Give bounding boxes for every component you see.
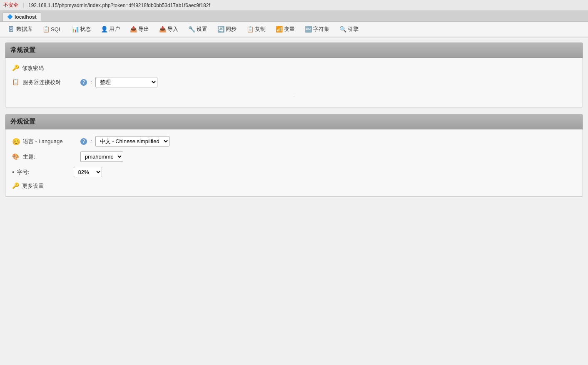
sql-icon: 📋	[42, 26, 49, 32]
top-nav: 🗄 数据库 📋 SQL 📊 状态 👤 用户 📤 导出 📥 导入 🔧 设置 🔄 同…	[0, 22, 588, 37]
import-icon: 📥	[159, 26, 166, 32]
language-select[interactable]: 中文 - Chinese simplified English 日本語 Fran…	[95, 136, 169, 146]
nav-import-label: 导入	[167, 25, 178, 33]
appearance-settings-body: 😊 语言 - Language ? : 中文 - Chinese simplif…	[5, 129, 583, 196]
browser-bar: 不安全 ｜ 192.168.1.15/phpmyadmin/index.php?…	[0, 0, 588, 11]
nav-users[interactable]: 👤 用户	[96, 23, 125, 35]
insecure-label: 不安全	[3, 2, 18, 9]
nav-settings[interactable]: 🔧 设置	[184, 23, 212, 35]
change-password-row: 🔑 修改密码	[12, 65, 576, 72]
collation-help-icon[interactable]: ?	[80, 79, 87, 86]
theme-label: 主题:	[23, 153, 77, 161]
nav-import[interactable]: 📥 导入	[154, 23, 183, 35]
section-divider: ·	[12, 92, 576, 100]
charset-icon: 🔤	[305, 26, 311, 32]
nav-users-label: 用户	[109, 25, 120, 33]
nav-replicate-label: 复制	[255, 25, 266, 33]
tab-favicon: 🔷	[7, 14, 13, 20]
server-collation-row: 📋 服务器连接校对 ? : 整理 utf8_general_ci utf8mb4…	[12, 77, 576, 87]
nav-settings-label: 设置	[197, 25, 207, 33]
language-icon: 😊	[12, 138, 20, 145]
language-colon: :	[90, 138, 92, 144]
main-content: 常规设置 🔑 修改密码 📋 服务器连接校对 ? : 整理 utf8_genera…	[0, 37, 588, 209]
url-bar: 192.168.1.15/phpmyadmin/index.php?token=…	[28, 2, 210, 8]
collation-icon: 📋	[12, 79, 20, 86]
nav-sync[interactable]: 🔄 同步	[213, 23, 241, 35]
theme-row: 🎨 主题: pmahomme original metro	[12, 151, 576, 162]
fontsize-select[interactable]: 50% 60% 70% 80% 82% 90% 100% 110% 120%	[74, 167, 102, 177]
nav-sql[interactable]: 📋 SQL	[38, 24, 66, 35]
general-settings-title: 常规设置	[10, 46, 35, 53]
fontsize-bullet: •	[12, 169, 15, 176]
appearance-settings-title: 外观设置	[10, 118, 35, 125]
collation-select[interactable]: 整理 utf8_general_ci utf8mb4_general_ci la…	[95, 77, 157, 87]
language-help-icon[interactable]: ?	[80, 138, 87, 145]
tab-label: localhost	[15, 14, 37, 20]
nav-sql-label: SQL	[51, 26, 62, 32]
export-icon: 📤	[130, 26, 137, 32]
users-icon: 👤	[101, 26, 107, 32]
more-settings-label: 更多设置	[22, 182, 44, 190]
nav-sync-label: 同步	[226, 25, 237, 33]
appearance-settings-header: 外观设置	[5, 114, 583, 129]
nav-charset[interactable]: 🔤 字符集	[300, 23, 334, 35]
fontsize-label: 字号:	[17, 169, 71, 176]
more-settings-icon: 🔑	[12, 182, 20, 190]
change-password-label: 修改密码	[22, 65, 44, 72]
tab-bar: 🔷 localhost	[0, 11, 588, 22]
nav-replicate[interactable]: 📋 复制	[242, 23, 270, 35]
collation-label: 服务器连接校对	[23, 79, 77, 86]
nav-status-label: 状态	[80, 25, 91, 33]
general-settings-body: 🔑 修改密码 📋 服务器连接校对 ? : 整理 utf8_general_ci …	[5, 58, 583, 107]
nav-engine-label: 引擎	[348, 25, 359, 33]
nav-variables[interactable]: 📶 变量	[271, 23, 299, 35]
collation-colon: :	[90, 79, 92, 85]
change-password-icon: 🔑	[12, 65, 20, 72]
browser-tab[interactable]: 🔷 localhost	[2, 12, 41, 21]
general-settings-header: 常规设置	[5, 43, 583, 58]
more-settings-row[interactable]: 🔑 更多设置	[12, 182, 576, 190]
engine-icon: 🔍	[339, 26, 346, 32]
language-row: 😊 语言 - Language ? : 中文 - Chinese simplif…	[12, 136, 576, 146]
nav-status[interactable]: 📊 状态	[67, 23, 95, 35]
nav-database-label: 数据库	[16, 25, 32, 33]
appearance-settings-panel: 外观设置 😊 语言 - Language ? : 中文 - Chinese si…	[5, 114, 583, 197]
nav-export[interactable]: 📤 导出	[125, 23, 154, 35]
nav-export-label: 导出	[138, 25, 149, 33]
general-settings-panel: 常规设置 🔑 修改密码 📋 服务器连接校对 ? : 整理 utf8_genera…	[5, 42, 583, 107]
variables-icon: 📶	[276, 26, 282, 32]
change-password-link[interactable]: 🔑 修改密码	[12, 65, 44, 72]
replicate-icon: 📋	[247, 26, 253, 32]
separator: ｜	[21, 2, 26, 9]
status-icon: 📊	[72, 26, 78, 32]
settings-icon: 🔧	[188, 26, 195, 32]
fontsize-row: • 字号: 50% 60% 70% 80% 82% 90% 100% 110% …	[12, 167, 576, 177]
theme-select[interactable]: pmahomme original metro	[80, 151, 123, 162]
database-icon: 🗄	[8, 26, 15, 32]
nav-charset-label: 字符集	[313, 25, 329, 33]
nav-engine[interactable]: 🔍 引擎	[335, 23, 363, 35]
nav-variables-label: 变量	[284, 25, 295, 33]
nav-database[interactable]: 🗄 数据库	[3, 23, 37, 35]
language-label: 语言 - Language	[23, 138, 77, 145]
sync-icon: 🔄	[217, 26, 224, 32]
theme-icon: 🎨	[12, 153, 20, 161]
